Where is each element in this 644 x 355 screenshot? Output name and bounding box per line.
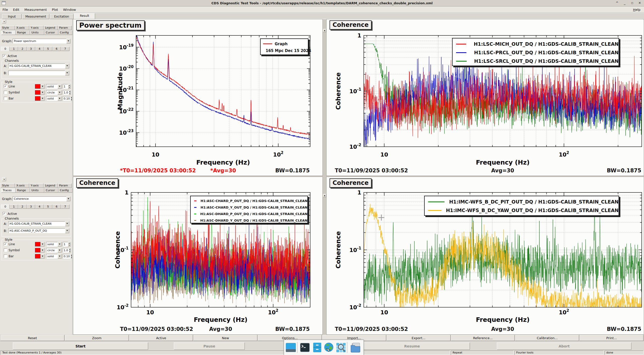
bar-color-select[interactable]: ▼ [35, 96, 45, 101]
tab-measurement[interactable]: Measurement [22, 14, 49, 19]
subtab-legend[interactable]: Legend [44, 26, 58, 30]
trace-tab-0[interactable]: 0 [1, 47, 10, 51]
chevron-down-icon[interactable]: ▼ [66, 39, 70, 43]
subtab-param[interactable]: Param [58, 26, 72, 30]
subtab-y-axis[interactable]: Y-axis [29, 26, 44, 30]
trace-tab-4[interactable]: 4 [35, 205, 44, 209]
trace-tab-3[interactable]: 3 [27, 205, 35, 209]
collapse-left-icon[interactable]: ◂ [2, 177, 6, 181]
channel-a-select[interactable]: H1:GDS-CALIB_STRAIN_CLEAN▼ [8, 64, 69, 68]
coherence-plot-imc[interactable]: Coherence 10102110-110-2Frequency (Hz)Co… [326, 177, 644, 335]
graph-select[interactable]: Power spectrum▼ [13, 39, 70, 43]
subtab-legend[interactable]: Legend [44, 183, 58, 188]
symbol-color-select[interactable]: ▼ [35, 248, 45, 252]
bar-checkbox[interactable] [4, 97, 7, 100]
bar-checkbox[interactable] [4, 255, 7, 258]
channel-a-select[interactable]: H1:GDS-CALIB_STRAIN_CLEAN▼ [8, 221, 69, 226]
export-button[interactable]: Export... [387, 335, 451, 341]
subtab-range[interactable]: Range [16, 30, 30, 35]
line-color-select[interactable]: ▼ [35, 242, 45, 246]
down-arrow-icon[interactable]: ▼ [68, 86, 71, 89]
down-arrow-icon[interactable]: ▼ [71, 98, 72, 101]
resume-button[interactable]: Resume [354, 342, 470, 350]
chevron-down-icon[interactable]: ▼ [58, 96, 62, 101]
down-arrow-icon[interactable]: ▼ [68, 244, 71, 246]
search-icon[interactable] [335, 342, 346, 353]
subtab-x-axis[interactable]: X-axis [15, 26, 29, 30]
chevron-down-icon[interactable]: ▼ [58, 84, 62, 89]
symbol-size-stepper[interactable]: 1.0▲▼ [63, 248, 71, 252]
new-button[interactable]: New [193, 335, 257, 341]
subtab-cursor[interactable]: Cursor [44, 188, 58, 193]
trace-tab-1[interactable]: 1 [10, 47, 18, 51]
active-button[interactable]: Active [129, 335, 193, 341]
chevron-down-icon[interactable]: ▼ [58, 90, 62, 95]
chevron-down-icon[interactable]: ▼ [65, 71, 69, 75]
down-arrow-icon[interactable]: ▼ [69, 250, 71, 252]
chevron-down-icon[interactable]: ▼ [41, 242, 45, 246]
menu-help[interactable]: Help [633, 8, 640, 12]
window-icon[interactable] [285, 342, 296, 353]
stepper-arrows[interactable]: ▲▼ [71, 254, 72, 259]
maximize-button[interactable]: ▫ [629, 1, 635, 5]
trace-tab-5[interactable]: 5 [44, 47, 52, 51]
line-style-select[interactable]: solid▼ [46, 84, 62, 89]
line-checkbox[interactable]: ✓ [4, 85, 7, 88]
bar-style-select[interactable]: solid▼ [46, 254, 62, 259]
shade-button[interactable]: ^ [614, 1, 620, 5]
tab-result[interactable]: Result [74, 13, 95, 19]
reset-button[interactable]: Reset [1, 335, 64, 341]
subtab-style[interactable]: Style [1, 26, 15, 30]
symbol-checkbox[interactable] [4, 248, 7, 252]
chevron-down-icon[interactable]: ▼ [41, 248, 45, 252]
up-arrow-icon[interactable]: ▲ [71, 254, 72, 256]
symbol-style-select[interactable]: circle▼ [46, 90, 62, 95]
chevron-down-icon[interactable]: ▼ [65, 221, 69, 226]
down-arrow-icon[interactable]: ▼ [69, 92, 71, 95]
print-button[interactable]: Print... [580, 335, 643, 341]
trace-tab-3[interactable]: 3 [27, 47, 35, 51]
trace-tab-2[interactable]: 2 [18, 47, 27, 51]
trace-tab-6[interactable]: 6 [52, 205, 61, 209]
bar-size-stepper[interactable]: 0.10▲▼ [63, 96, 71, 101]
chevron-down-icon[interactable]: ▼ [58, 248, 62, 252]
subtab-style[interactable]: Style [1, 183, 15, 188]
splitter-up-icon[interactable]: ▲ [323, 194, 326, 197]
line-checkbox[interactable]: ✓ [4, 242, 7, 246]
line-color-select[interactable]: ▼ [35, 84, 45, 89]
menu-measurement[interactable]: Measurement [22, 8, 49, 12]
zoom-button[interactable]: Zoom [65, 335, 129, 341]
coherence-plot-asc[interactable]: Coherence 10102110-110-2Frequency (Hz)Co… [73, 177, 323, 335]
chevron-down-icon[interactable]: ▼ [65, 64, 69, 68]
up-arrow-icon[interactable]: ▲ [69, 248, 71, 250]
line-style-select[interactable]: solid▼ [46, 242, 62, 246]
file-cabinet-icon[interactable] [312, 342, 323, 353]
subtab-x-axis[interactable]: X-axis [15, 183, 29, 188]
reference-button[interactable]: Reference... [451, 335, 515, 341]
chevron-down-icon[interactable]: ▼ [41, 84, 45, 89]
channel-b-select[interactable]: H1:ASC-CHARD_P_OUT_DQ▼ [8, 228, 69, 233]
trace-tab-6[interactable]: 6 [52, 47, 61, 51]
active-checkbox[interactable]: ✓ [3, 212, 6, 215]
stepper-arrows[interactable]: ▲▼ [68, 242, 71, 246]
line-size-stepper[interactable]: 1▲▼ [63, 84, 71, 89]
bar-color-select[interactable]: ▼ [35, 254, 45, 259]
channel-b-select[interactable]: ▼ [8, 71, 69, 75]
bar-style-select[interactable]: solid▼ [46, 96, 62, 101]
chevron-down-icon[interactable]: ▼ [41, 90, 45, 95]
trace-tab-1[interactable]: 1 [10, 205, 18, 209]
symbol-checkbox[interactable] [4, 91, 7, 94]
subtab-units[interactable]: Units [30, 188, 44, 193]
symbol-style-select[interactable]: circle▼ [46, 248, 62, 252]
subtab-traces[interactable]: Traces [1, 30, 16, 35]
trace-tab-4[interactable]: 4 [35, 47, 44, 51]
subtab-y-axis[interactable]: Y-axis [29, 183, 44, 188]
tab-input[interactable]: Input [2, 14, 22, 19]
subtab-units[interactable]: Units [30, 30, 44, 35]
calibration-button[interactable]: Calibration... [515, 335, 579, 341]
stepper-arrows[interactable]: ▲▼ [69, 90, 71, 95]
stepper-arrows[interactable]: ▲▼ [71, 96, 72, 101]
pause-button[interactable]: Pause [174, 342, 245, 350]
titlebar[interactable]: CDS Diagnostic Test Tools - /opt/rtcds/u… [0, 0, 644, 7]
trace-tab-5[interactable]: 5 [44, 205, 52, 209]
